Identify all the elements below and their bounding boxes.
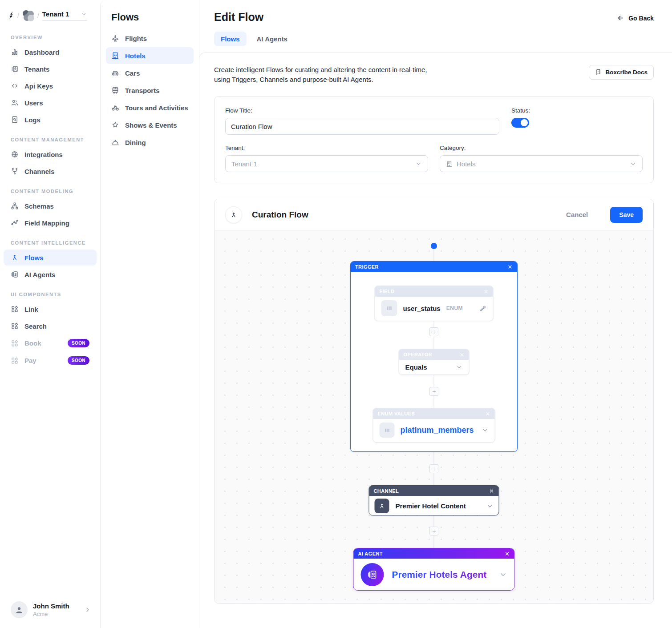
- user-avatar: [11, 601, 28, 618]
- user-org: Acme: [33, 611, 69, 617]
- channel-node-title: CHANNEL: [374, 488, 399, 494]
- sidebar-item-users[interactable]: Users: [4, 95, 97, 111]
- sidebar-item-schemas[interactable]: Schemas: [4, 198, 97, 214]
- section-label-overview: OVERVIEW: [0, 26, 100, 44]
- tenant-switcher-label: Tenant 1: [42, 10, 69, 18]
- category-item-flights[interactable]: Flights: [106, 30, 194, 47]
- flow-canvas-title: Curation Flow: [252, 210, 308, 220]
- category-item-cars[interactable]: Cars: [106, 64, 194, 81]
- operator-subcard-title: OPERATOR: [404, 352, 433, 357]
- close-icon[interactable]: [507, 264, 513, 270]
- component-icon: [11, 357, 19, 365]
- docs-button[interactable]: Boxcribe Docs: [589, 65, 654, 80]
- category-item-hotels[interactable]: Hotels: [106, 47, 194, 64]
- dining-icon: [111, 138, 119, 146]
- close-icon[interactable]: [460, 352, 465, 357]
- flow-editor-card: Curation Flow Cancel Save TRIGGER: [214, 199, 654, 604]
- category-item-dining[interactable]: Dining: [106, 134, 194, 151]
- sidebar-item-book[interactable]: Book SOON: [4, 335, 97, 351]
- close-icon[interactable]: [489, 488, 494, 494]
- close-icon[interactable]: [486, 411, 490, 416]
- status-toggle[interactable]: [511, 118, 529, 128]
- status-label: Status:: [511, 107, 530, 114]
- flow-title-input[interactable]: [225, 118, 499, 135]
- sidebar-item-label: Users: [24, 99, 43, 107]
- sidebar-item-label: Search: [24, 322, 47, 330]
- chevron-down-icon: [630, 161, 636, 167]
- field-subcard-title: FIELD: [380, 289, 395, 294]
- user-menu[interactable]: John Smith Acme: [0, 593, 100, 628]
- schemas-icon: [11, 202, 19, 210]
- trigger-node[interactable]: TRIGGER FIELD user_status: [350, 261, 518, 452]
- ai-agent-node-title: AI AGENT: [358, 551, 383, 556]
- sidebar-item-search[interactable]: Search: [4, 318, 97, 334]
- category-select[interactable]: Hotels: [440, 155, 643, 172]
- close-icon[interactable]: [484, 289, 489, 294]
- sidebar-item-label: Api Keys: [24, 82, 53, 90]
- add-step-button[interactable]: [429, 464, 438, 473]
- add-step-button[interactable]: [429, 327, 438, 336]
- ai-agents-icon: [11, 270, 19, 278]
- flow-start-dot: [431, 243, 437, 249]
- sidebar-item-ai-agents[interactable]: AI Agents: [4, 266, 97, 282]
- tenant-switcher[interactable]: Tenant 1: [42, 10, 87, 21]
- category-item-transports[interactable]: Transports: [106, 82, 194, 99]
- category-item-shows[interactable]: Shows & Events: [106, 117, 194, 133]
- cancel-button[interactable]: Cancel: [566, 211, 588, 218]
- eyedropper-icon[interactable]: [479, 305, 487, 312]
- field-type: ENUM: [446, 305, 463, 311]
- sidebar-item-flows[interactable]: Flows: [4, 250, 97, 266]
- sidebar-item-label: Flows: [24, 254, 44, 262]
- tenants-icon: [11, 65, 19, 73]
- category-item-label: Hotels: [125, 52, 146, 60]
- chevron-down-icon: [415, 161, 422, 167]
- sidebar-item-integrations[interactable]: Integrations: [4, 146, 97, 162]
- sidebar-item-link[interactable]: Link: [4, 301, 97, 317]
- cars-icon: [111, 69, 119, 77]
- go-back-button[interactable]: Go Back: [617, 14, 654, 22]
- category-item-tours[interactable]: Tours and Activities: [106, 99, 194, 116]
- enum-values-subcard-title: ENUM VALUES: [378, 411, 415, 416]
- docs-button-label: Boxcribe Docs: [605, 69, 648, 76]
- sidebar-item-api-keys[interactable]: Api Keys: [4, 78, 97, 94]
- add-step-button[interactable]: [429, 387, 438, 396]
- sidebar-item-channels[interactable]: Channels: [4, 163, 97, 179]
- save-button[interactable]: Save: [610, 207, 643, 223]
- tenant-select-value: Tenant 1: [231, 160, 257, 168]
- arrow-left-icon: [617, 14, 624, 22]
- section-label-content-intelligence: CONTENT INTELLIGENCE: [0, 231, 100, 249]
- sidebar-item-label: Channels: [24, 168, 55, 175]
- category-select-value: Hotels: [457, 160, 476, 168]
- tours-icon: [111, 104, 119, 112]
- field-name: user_status: [403, 305, 441, 312]
- operator-value: Equals: [405, 363, 427, 371]
- page-description: Create intelligent Flows for curating an…: [214, 65, 427, 85]
- tab-bar: Flows AI Agents: [214, 32, 654, 46]
- flow-title-label: Flow Title:: [225, 107, 499, 114]
- trigger-node-title: TRIGGER: [355, 264, 379, 270]
- operator-subcard[interactable]: OPERATOR Equals: [399, 349, 470, 375]
- tab-ai-agents[interactable]: AI Agents: [250, 32, 294, 46]
- enum-values-subcard[interactable]: ENUM VALUES platinum_members: [373, 408, 495, 443]
- sidebar-item-tenants[interactable]: Tenants: [4, 61, 97, 77]
- sidebar-item-logs[interactable]: Logs: [4, 112, 97, 128]
- ai-agent-node[interactable]: AI AGENT Premier Hotels Agent: [353, 548, 515, 591]
- sidebar-item-dashboard[interactable]: Dashboard: [4, 44, 97, 60]
- flow-editor-header: Curation Flow Cancel Save: [215, 199, 653, 230]
- api-keys-icon: [11, 82, 19, 90]
- tenant-select[interactable]: Tenant 1: [225, 155, 428, 172]
- transports-icon: [111, 86, 119, 94]
- app-root: / / Tenant 1 OVERVIEW Dashboard Tenants …: [0, 0, 672, 628]
- add-step-button[interactable]: [429, 527, 438, 535]
- description-line-1: Create intelligent Flows for curating an…: [214, 66, 427, 73]
- sidebar-item-field-mapping[interactable]: Field Mapping: [4, 215, 97, 231]
- component-icon: [11, 305, 19, 313]
- channel-node[interactable]: CHANNEL Premier Hotel Content: [369, 485, 499, 515]
- close-icon[interactable]: [505, 551, 510, 556]
- flow-canvas[interactable]: TRIGGER FIELD user_status: [215, 230, 653, 603]
- tab-flows[interactable]: Flows: [214, 32, 247, 46]
- logs-icon: [11, 116, 19, 124]
- field-subcard[interactable]: FIELD user_status ENUM: [375, 286, 494, 321]
- sidebar-item-pay[interactable]: Pay SOON: [4, 352, 97, 369]
- org-avatar: [22, 10, 34, 21]
